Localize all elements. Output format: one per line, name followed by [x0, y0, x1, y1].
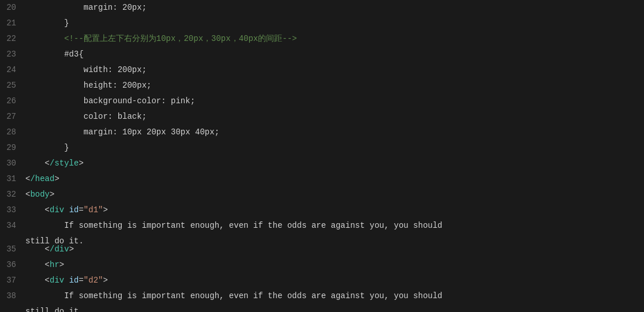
code-line-38: 38 If something is important enough, eve…: [0, 288, 644, 312]
line-content-35: </div>: [23, 242, 644, 257]
code-line-31: 31 </head>: [0, 171, 644, 187]
code-line-30: 30 </style>: [0, 156, 644, 171]
line-number-22: 22: [0, 31, 23, 47]
code-line-27: 27 color: black;: [0, 109, 644, 125]
code-line-28: 28 margin: 10px 20px 30px 40px;: [0, 125, 644, 140]
line-number-29: 29: [0, 140, 23, 156]
code-line-36: 36 <hr>: [0, 257, 644, 273]
code-line-26: 26 background-color: pink;: [0, 93, 644, 109]
line-number-35: 35: [0, 242, 23, 257]
code-line-33: 33 <div id="d1">: [0, 202, 644, 218]
line-content-21: }: [23, 16, 644, 31]
line-content-28: margin: 10px 20px 30px 40px;: [23, 125, 644, 140]
line-content-33: <div id="d1">: [23, 202, 644, 218]
line-content-38: If something is important enough, even i…: [23, 288, 644, 312]
code-line-20: 20 margin: 20px;: [0, 0, 644, 16]
line-content-23: #d3{: [23, 47, 644, 62]
code-line-24: 24 width: 200px;: [0, 62, 644, 78]
line-number-34: 34: [0, 218, 23, 234]
line-content-24: width: 200px;: [23, 62, 644, 78]
line-number-37: 37: [0, 273, 23, 288]
line-content-31: </head>: [23, 171, 644, 187]
line-content-32: <body>: [23, 187, 644, 202]
line-content-30: </style>: [23, 156, 644, 171]
line-content-29: }: [23, 140, 644, 156]
line-number-26: 26: [0, 93, 23, 109]
code-line-37: 37 <div id="d2">: [0, 273, 644, 288]
line-content-37: <div id="d2">: [23, 273, 644, 288]
line-number-33: 33: [0, 202, 23, 218]
code-line-25: 25 height: 200px;: [0, 78, 644, 93]
line-number-36: 36: [0, 257, 23, 273]
line-content-22: <!--配置上左下右分别为10px，20px，30px，40px的间距-->: [23, 31, 644, 47]
line-number-23: 23: [0, 47, 23, 62]
line-content-36: <hr>: [23, 257, 644, 273]
line-number-28: 28: [0, 125, 23, 140]
line-number-38: 38: [0, 288, 23, 304]
line-content-20: margin: 20px;: [23, 0, 644, 16]
line-number-24: 24: [0, 62, 23, 78]
code-editor: 20 margin: 20px; 21 } 22 <!--配置上左下右分别为10…: [0, 0, 644, 312]
line-number-21: 21: [0, 16, 23, 31]
line-number-31: 31: [0, 171, 23, 187]
code-line-32: 32 <body>: [0, 187, 644, 202]
code-line-21: 21 }: [0, 16, 644, 31]
line-content-26: background-color: pink;: [23, 93, 644, 109]
code-line-23: 23 #d3{: [0, 47, 644, 62]
line-number-30: 30: [0, 156, 23, 171]
code-line-22: 22 <!--配置上左下右分别为10px，20px，30px，40px的间距--…: [0, 31, 644, 47]
code-line-35: 35 </div>: [0, 242, 644, 257]
line-number-20: 20: [0, 0, 23, 16]
line-number-32: 32: [0, 187, 23, 202]
line-number-25: 25: [0, 78, 23, 93]
line-content-27: color: black;: [23, 109, 644, 125]
code-line-29: 29 }: [0, 140, 644, 156]
line-content-25: height: 200px;: [23, 78, 644, 93]
line-number-27: 27: [0, 109, 23, 125]
code-line-34: 34 If something is important enough, eve…: [0, 218, 644, 242]
